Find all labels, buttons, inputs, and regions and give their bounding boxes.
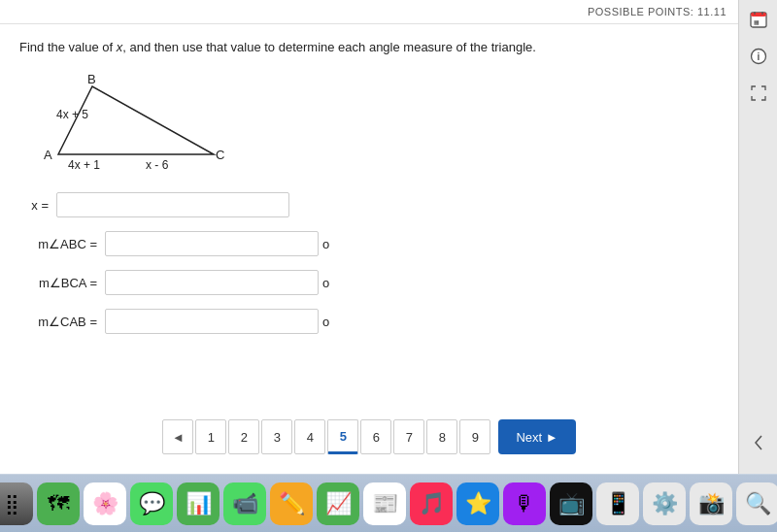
angle-abc-label: m∠ABC =	[19, 237, 97, 251]
svg-text:A: A	[44, 148, 52, 162]
page-8-button[interactable]: 8	[426, 419, 457, 454]
angle-bca-row: m∠BCA = o	[19, 270, 719, 295]
x-input-row: x =	[19, 192, 719, 217]
dock-appletv[interactable]: 📺	[550, 482, 592, 525]
angle-bca-label: m∠BCA =	[19, 276, 97, 290]
svg-text:x - 6: x - 6	[146, 158, 169, 169]
pagination: ◄ 1 2 3 4 5 6 7 8 9 Next ►	[0, 404, 738, 474]
svg-text:4x + 5: 4x + 5	[56, 108, 88, 121]
question-area: Find the value of x, and then use that v…	[0, 24, 738, 404]
prev-page-button[interactable]: ◄	[162, 419, 193, 454]
degree-bca: o	[322, 276, 329, 290]
svg-text:▦: ▦	[754, 19, 760, 25]
page-5-button[interactable]: 5	[327, 419, 358, 454]
dock-music[interactable]: 🎵	[410, 482, 453, 525]
angle-abc-row: m∠ABC = o	[19, 231, 719, 256]
dock-facetime[interactable]: 📹	[223, 482, 266, 525]
angle-cab-row: m∠CAB = o	[19, 309, 719, 334]
angle-abc-input[interactable]	[105, 231, 319, 256]
dock-maps[interactable]: 🗺	[37, 482, 80, 525]
page-2-button[interactable]: 2	[228, 419, 259, 454]
dock: FEB 26 😊 ⣿ 🗺 🌸 💬 📊 📹 ✏️ 📈 📰 🎵 ⭐	[0, 474, 777, 532]
angle-cab-input[interactable]	[105, 309, 319, 334]
page-1-button[interactable]: 1	[195, 419, 226, 454]
triangle-diagram: A B C 4x + 5 4x + 1 x - 6	[29, 72, 719, 173]
calendar-sidebar-icon[interactable]: ▦	[747, 8, 770, 31]
dock-spotlight[interactable]: 🔍	[736, 482, 777, 525]
x-label: x =	[19, 198, 49, 213]
question-text: Find the value of x, and then use that v…	[19, 40, 719, 54]
dock-photos[interactable]: 🌸	[84, 482, 126, 525]
dock-reeder[interactable]: ⭐	[456, 482, 499, 525]
content-panel: POSSIBLE POINTS: 11.11 Find the value of…	[0, 0, 738, 474]
svg-text:4x + 1: 4x + 1	[68, 158, 100, 169]
dock-podcasts[interactable]: 🎙	[503, 482, 546, 525]
angle-bca-input[interactable]	[105, 270, 319, 295]
svg-text:B: B	[87, 72, 96, 86]
page-7-button[interactable]: 7	[393, 419, 424, 454]
dock-numbers[interactable]: 📊	[177, 482, 220, 525]
dock-numbers2[interactable]: 📈	[317, 482, 359, 525]
collapse-sidebar-button[interactable]	[747, 431, 770, 454]
page-9-button[interactable]: 9	[459, 419, 490, 454]
right-sidebar: ▦ i	[738, 0, 777, 474]
info-sidebar-icon[interactable]: i	[747, 45, 770, 68]
dock-systemprefs[interactable]: ⚙️	[643, 482, 686, 525]
dock-notability[interactable]: ✏️	[270, 482, 313, 525]
next-button[interactable]: Next ►	[498, 419, 575, 454]
possible-points: POSSIBLE POINTS: 11.11	[588, 6, 726, 17]
angle-cab-label: m∠CAB =	[19, 315, 97, 329]
dock-simulator[interactable]: 📱	[596, 482, 639, 525]
page-3-button[interactable]: 3	[261, 419, 292, 454]
page-4-button[interactable]: 4	[294, 419, 325, 454]
top-bar: POSSIBLE POINTS: 11.11	[0, 0, 738, 24]
svg-text:i: i	[757, 51, 760, 62]
degree-cab: o	[322, 315, 329, 329]
degree-abc: o	[322, 237, 329, 251]
dock-launchpad[interactable]: ⣿	[0, 482, 33, 525]
triangle-svg: A B C 4x + 5 4x + 1 x - 6	[29, 72, 233, 169]
x-input[interactable]	[56, 192, 289, 217]
page-6-button[interactable]: 6	[360, 419, 391, 454]
expand-sidebar-icon[interactable]	[747, 82, 770, 105]
svg-rect-8	[751, 13, 766, 17]
dock-news[interactable]: 📰	[363, 482, 406, 525]
dock-imagecapture[interactable]: 📸	[690, 482, 732, 525]
svg-text:C: C	[216, 148, 224, 162]
main-area: POSSIBLE POINTS: 11.11 Find the value of…	[0, 0, 777, 474]
dock-messages[interactable]: 💬	[130, 482, 173, 525]
